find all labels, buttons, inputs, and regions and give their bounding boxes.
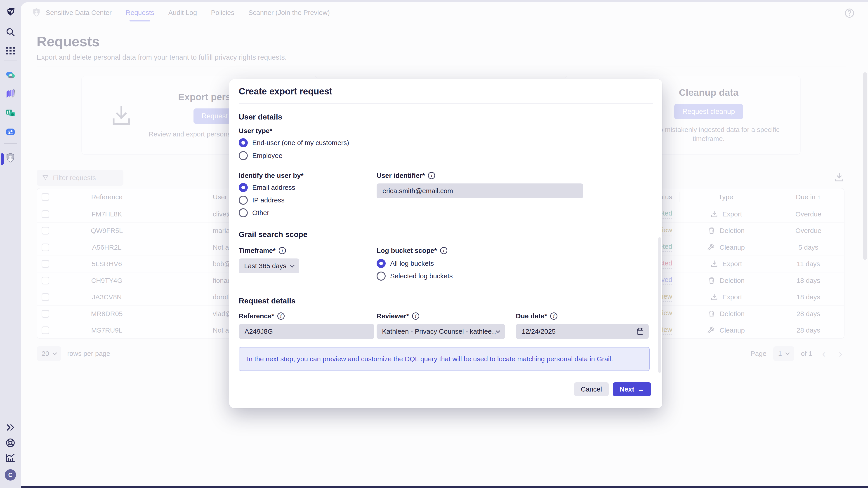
user-identifier-label: User identifier* i [377,172,435,180]
radio-option-end-user-one-of-my-customers-[interactable]: End-user (one of my customers) [239,138,349,147]
due-date-input[interactable] [516,328,631,335]
user-type-label: User type* [239,127,272,135]
window-scrollbar[interactable] [863,72,867,260]
chevron-down-icon [290,263,294,267]
user-identifier-input[interactable] [377,184,583,198]
due-date-label: Due date* i [516,312,557,320]
radio-unselected[interactable] [239,208,248,217]
feedback-chart-icon[interactable] [4,452,16,464]
radio-label: Employee [252,152,282,160]
timeframe-select[interactable]: Last 365 days [239,258,299,273]
info-icon[interactable]: i [412,313,419,320]
radio-selected[interactable] [239,138,248,147]
modal-scrollbar[interactable] [658,237,661,373]
modal-buttons: Cancel Next → [574,382,651,396]
sidebar-divider [4,61,17,61]
modal-title: Create export request [239,86,332,96]
timeframe-value: Last 365 days [244,262,286,270]
radio-option-selected-log-buckets[interactable]: Selected log buckets [377,271,453,281]
help-lifebuoy-icon[interactable] [4,437,16,449]
user-avatar[interactable]: C [4,469,16,481]
radio-unselected[interactable] [239,151,248,160]
info-icon[interactable]: i [550,313,557,320]
services-app-icon[interactable] [4,69,16,81]
infrastructure-app-icon[interactable] [4,88,16,100]
radio-selected[interactable] [239,183,248,192]
log-bucket-scope-label: Log bucket scope* i [377,247,447,254]
radio-label: Other [252,209,269,217]
section-user-details: User details [239,112,282,121]
chevron-down-icon [496,328,500,333]
radio-option-ip-address[interactable]: IP address [239,196,285,205]
radio-label: Email address [252,184,295,191]
radio-label: End-user (one of my customers) [252,139,349,147]
sidebar-divider [4,143,17,144]
section-grail-search-scope: Grail search scope [239,230,307,239]
radio-option-email-address[interactable]: Email address [239,183,295,192]
cancel-button[interactable]: Cancel [574,382,609,396]
dynatrace-logo[interactable] [4,6,16,18]
reviewer-label: Reviewer* i [377,312,419,320]
radio-unselected[interactable] [239,196,248,205]
reviewer-value: Kathleen - Privacy Counsel - kathlee… [382,328,496,335]
search-icon[interactable] [4,26,16,38]
dashboards-app-icon[interactable] [4,107,16,119]
due-date-field [516,324,649,339]
radio-option-employee[interactable]: Employee [239,151,282,160]
dql-info-banner: In the next step, you can preview and cu… [239,347,650,371]
info-icon[interactable]: i [440,247,447,254]
radio-label: Selected log buckets [390,272,453,280]
arrow-right-icon: → [638,385,644,393]
radio-selected[interactable] [377,259,385,268]
info-icon[interactable]: i [277,313,285,320]
avatar-initial: C [5,469,16,481]
radio-label: All log buckets [390,260,434,267]
bottom-edge-strip [21,486,868,488]
reference-input[interactable] [239,324,374,339]
info-icon[interactable]: i [279,247,286,254]
info-icon[interactable]: i [428,172,435,179]
radio-unselected[interactable] [377,271,385,281]
divider [239,103,653,103]
section-request-details: Request details [239,296,296,305]
radio-option-other[interactable]: Other [239,208,269,217]
radio-label: IP address [252,196,285,204]
reviewer-select[interactable]: Kathleen - Privacy Counsel - kathlee… [377,324,505,339]
screen: C Sensitive Data Center RequestsAudit Lo… [0,0,868,488]
next-button[interactable]: Next → [613,382,651,396]
calendar-icon[interactable] [631,324,649,339]
sidebar: C [0,0,21,488]
timeframe-label: Timeframe* i [239,247,286,254]
create-export-request-modal: Create export request User details User … [229,79,662,408]
reference-label: Reference* i [239,312,285,320]
radio-option-all-log-buckets[interactable]: All log buckets [377,259,434,268]
app-grid-icon[interactable] [4,45,16,57]
sensitive-data-center-app-icon[interactable] [4,152,16,164]
settings-app-icon[interactable] [4,126,16,138]
sidebar-active-indicator [1,153,4,165]
next-label: Next [620,385,634,393]
identify-user-by-label: Identify the user by* [239,172,304,180]
expand-sidebar-icon[interactable] [4,422,16,433]
